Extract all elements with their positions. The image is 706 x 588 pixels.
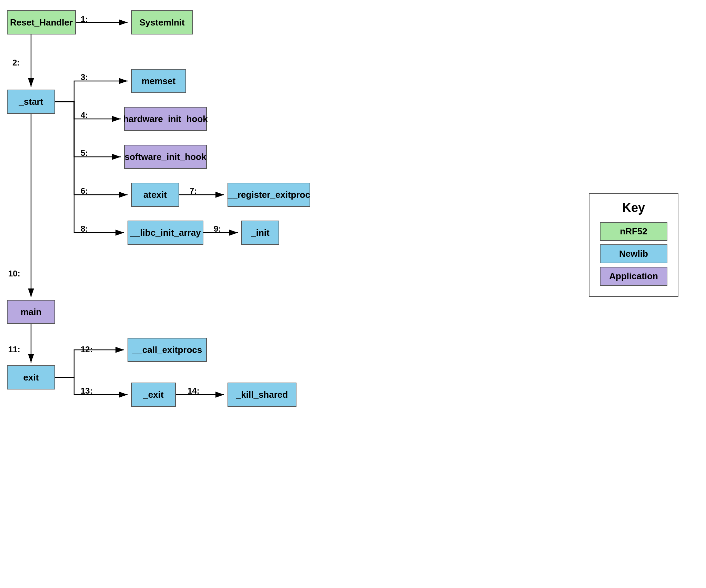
- key-box: Key nRF52 Newlib Application: [589, 193, 678, 297]
- node-exit-underscore: _exit: [131, 383, 176, 407]
- label-4: 4:: [81, 110, 88, 120]
- node-register-exitproc: __register_exitproc: [228, 183, 310, 207]
- node-reset-handler: Reset_Handler: [7, 10, 76, 34]
- label-1: 1:: [81, 14, 88, 24]
- label-11: 11:: [8, 345, 20, 354]
- node-kill-shared: _kill_shared: [228, 383, 296, 407]
- label-13: 13:: [81, 386, 93, 396]
- label-3: 3:: [81, 72, 88, 82]
- diagram: Reset_Handler SystemInit _start memset h…: [0, 0, 706, 588]
- node-init: _init: [241, 221, 279, 245]
- node-hardware-init-hook: hardware_init_hook: [124, 107, 207, 131]
- key-item-nrf52: nRF52: [600, 222, 667, 241]
- node-start: _start: [7, 90, 55, 114]
- label-8: 8:: [81, 224, 88, 234]
- label-9: 9:: [214, 224, 221, 234]
- key-title: Key: [600, 201, 667, 215]
- label-14: 14:: [188, 386, 200, 396]
- node-main: main: [7, 300, 55, 324]
- node-atexit: atexit: [131, 183, 179, 207]
- label-5: 5:: [81, 148, 88, 158]
- node-call-exitprocs: __call_exitprocs: [128, 338, 207, 362]
- label-10: 10:: [8, 269, 20, 278]
- node-exit: exit: [7, 365, 55, 389]
- node-software-init-hook: software_init_hook: [124, 145, 207, 169]
- key-item-application: Application: [600, 267, 667, 286]
- label-7: 7:: [190, 186, 197, 196]
- key-item-newlib: Newlib: [600, 244, 667, 263]
- node-system-init: SystemInit: [131, 10, 193, 34]
- node-memset: memset: [131, 69, 186, 93]
- label-6: 6:: [81, 186, 88, 196]
- node-libc-init-array: __libc_init_array: [128, 221, 203, 245]
- label-2: 2:: [12, 58, 20, 68]
- label-12: 12:: [81, 345, 93, 354]
